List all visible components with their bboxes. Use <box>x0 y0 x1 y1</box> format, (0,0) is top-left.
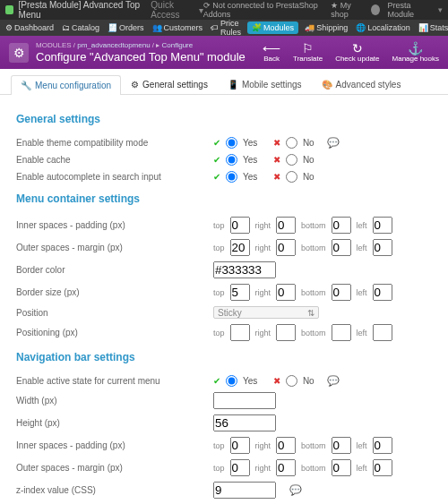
position-select[interactable]: Sticky⇅ <box>213 306 319 319</box>
pad-bottom[interactable] <box>332 217 351 234</box>
label: Height (px) <box>16 418 213 428</box>
page-title: Configure "Advanced Top Menu" module <box>36 50 246 64</box>
menu-stats[interactable]: 📊 Stats <box>418 23 448 32</box>
label: Position <box>16 308 213 318</box>
menu-catalog[interactable]: 🗂 Catalog <box>62 23 99 32</box>
translate-button[interactable]: ⚐Translate <box>293 42 323 63</box>
label: Outer spaces - margin (px) <box>16 243 213 252</box>
help-icon[interactable]: 💬 <box>327 375 340 387</box>
back-button[interactable]: ⟵Back <box>263 42 280 63</box>
label: Enable autocomplete in search input <box>16 172 213 182</box>
tab-general-settings[interactable]: ⚙ General settings <box>121 74 218 94</box>
tab-mobile-settings[interactable]: 📱 Mobile settings <box>218 74 312 94</box>
section-nav: Navigation bar settings <box>16 351 432 363</box>
menu-shipping[interactable]: 🚚 Shipping <box>305 23 348 32</box>
section-general: General settings <box>16 113 432 125</box>
menu-modules[interactable]: 🧩 Modules <box>247 21 298 34</box>
active-state-toggle[interactable]: ✔Yes ✖No 💬 <box>213 375 432 387</box>
app-logo <box>5 5 13 14</box>
mar-top[interactable] <box>230 239 250 256</box>
mar-bottom[interactable] <box>332 239 351 256</box>
cache-toggle[interactable]: ✔Yes ✖No <box>213 154 432 166</box>
main-menu: ⚙ Dashboard 🗂 Catalog 🧾 Orders 👥 Custome… <box>0 20 448 36</box>
width-input[interactable] <box>213 392 276 409</box>
app-title: [Presta Module] Advanced Top Menu <box>19 0 144 20</box>
npad-top[interactable] <box>230 437 250 454</box>
pos-bottom[interactable] <box>332 324 351 341</box>
gear-icon: ⚙ <box>9 43 29 63</box>
mar-left[interactable] <box>373 239 392 256</box>
chevron-down-icon: ▾ <box>438 5 443 14</box>
breadcrumb-link[interactable]: Configure <box>162 41 194 49</box>
menu-dashboard[interactable]: ⚙ Dashboard <box>5 23 54 32</box>
label: Width (px) <box>16 396 213 406</box>
addons-link[interactable]: ⟳ Not connected to PrestaShop Addons <box>203 1 323 19</box>
bsize-bottom[interactable] <box>332 284 351 301</box>
check-update-button[interactable]: ↻Check update <box>335 42 379 63</box>
label: Enable active state for current menu <box>16 376 213 386</box>
menu-pricerules[interactable]: 🏷 Price Rules <box>211 19 241 37</box>
nmar-right[interactable] <box>276 459 296 476</box>
tabs: 🔧 Menu configuration ⚙ General settings … <box>0 69 448 95</box>
settings-panel: General settings Enable theme compatibil… <box>0 95 448 504</box>
manage-hooks-button[interactable]: ⚓Manage hooks <box>392 42 439 63</box>
help-icon[interactable]: 💬 <box>289 484 302 496</box>
label: Positioning (px) <box>16 328 213 337</box>
label: Inner spaces - padding (px) <box>16 220 213 230</box>
pad-left[interactable] <box>373 217 392 234</box>
top-bar: [Presta Module] Advanced Top Menu Quick … <box>0 0 448 20</box>
menu-localization[interactable]: 🌐 Localization <box>356 23 410 32</box>
menu-orders[interactable]: 🧾 Orders <box>108 23 144 32</box>
height-input[interactable] <box>213 414 276 431</box>
pos-right[interactable] <box>276 324 296 341</box>
help-icon[interactable]: 💬 <box>327 137 340 149</box>
border-color-input[interactable] <box>213 261 276 278</box>
autocomplete-toggle[interactable]: ✔Yes ✖No <box>213 171 432 183</box>
label: Outer spaces - margin (px) <box>16 463 213 473</box>
menu-customers[interactable]: 👥 Customers <box>152 23 203 32</box>
user-name[interactable]: Presta Module <box>387 1 431 19</box>
theme-compat-toggle[interactable]: ✔Yes ✖No 💬 <box>213 137 432 149</box>
label: Inner spaces - padding (px) <box>16 440 213 450</box>
quick-access[interactable]: Quick Access <box>151 0 196 20</box>
label: Enable cache <box>16 155 213 165</box>
zindex-input[interactable] <box>213 482 276 499</box>
pos-left[interactable] <box>373 324 392 341</box>
mar-right[interactable] <box>276 239 296 256</box>
module-header: ⚙ MODULES / pm_advancedtopmenu / ▸ Confi… <box>0 36 448 69</box>
pos-top[interactable] <box>230 324 250 341</box>
bsize-left[interactable] <box>373 284 392 301</box>
pad-top[interactable] <box>230 217 250 234</box>
breadcrumb-link[interactable]: pm_advancedtopmenu <box>77 41 150 49</box>
label: z-index value (CSS) <box>16 485 213 495</box>
section-container: Menu container settings <box>16 192 432 205</box>
myshop-link[interactable]: ★ My shop <box>331 1 364 19</box>
nmar-top[interactable] <box>230 459 250 476</box>
tab-advanced-styles[interactable]: 🎨 Advanced styles <box>312 74 411 94</box>
npad-right[interactable] <box>276 437 296 454</box>
user-avatar[interactable] <box>371 4 380 15</box>
bsize-top[interactable] <box>230 284 250 301</box>
bsize-right[interactable] <box>276 284 296 301</box>
tab-menu-config[interactable]: 🔧 Menu configuration <box>11 75 121 95</box>
label: Border color <box>16 265 213 275</box>
pad-right[interactable] <box>276 217 296 234</box>
nmar-left[interactable] <box>373 459 392 476</box>
label: Enable theme compatibility mode <box>16 138 213 148</box>
npad-left[interactable] <box>373 437 392 454</box>
nmar-bottom[interactable] <box>332 459 351 476</box>
breadcrumb: MODULES / pm_advancedtopmenu / ▸ Configu… <box>36 41 246 49</box>
label: Border size (px) <box>16 287 213 297</box>
npad-bottom[interactable] <box>332 437 351 454</box>
